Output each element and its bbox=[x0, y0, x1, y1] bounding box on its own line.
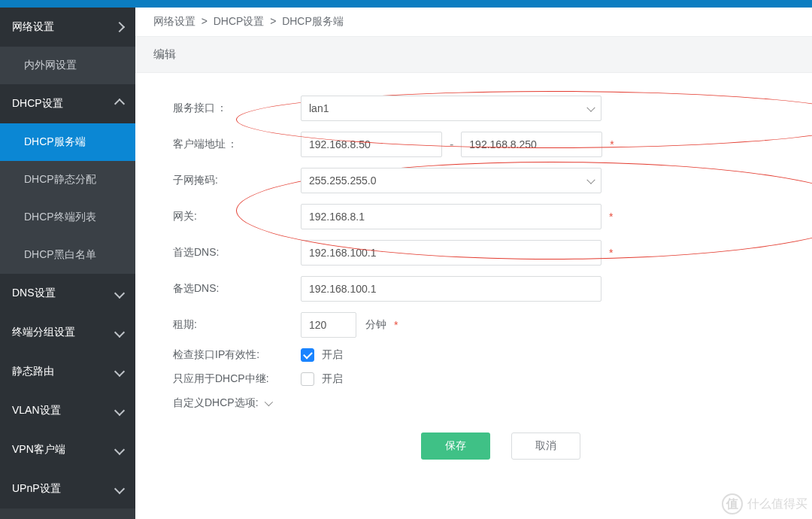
form-actions: 保存 取消 bbox=[165, 432, 782, 460]
row-subnet-mask: 子网掩码: 255.255.255.0 bbox=[165, 168, 782, 193]
subnet-mask-select[interactable]: 255.255.255.0 bbox=[301, 168, 601, 193]
content-area: 网络设置 > DHCP设置 > DHCP服务端 编辑 服务接口： lan1 bbox=[135, 8, 812, 519]
chevron-up-icon bbox=[114, 98, 125, 108]
sidebar-item-label: DHCP黑白名单 bbox=[24, 248, 96, 262]
sidebar-group-label: DHCP设置 bbox=[12, 97, 63, 111]
sidebar-item-label: DHCP终端列表 bbox=[24, 211, 96, 224]
lease-unit: 分钟 bbox=[365, 318, 386, 332]
field-label: 子网掩码: bbox=[173, 174, 218, 186]
row-service-interface: 服务接口： lan1 bbox=[165, 96, 782, 121]
checkbox-label: 开启 bbox=[322, 348, 343, 362]
sidebar-item-dhcp-server[interactable]: DHCP服务端 bbox=[0, 123, 135, 161]
row-client-address: 客户端地址： - * bbox=[165, 132, 782, 157]
sidebar-group-upnp[interactable]: UPnP设置 bbox=[0, 469, 135, 508]
sidebar-item-dhcp-clients[interactable]: DHCP终端列表 bbox=[0, 199, 135, 236]
sidebar-item-label: DHCP静态分配 bbox=[24, 173, 96, 187]
top-bar bbox=[0, 0, 812, 8]
field-label: 租期: bbox=[173, 318, 197, 330]
chevron-down-icon bbox=[114, 405, 125, 415]
chevron-right-icon bbox=[114, 21, 125, 32]
checkbox-label: 开启 bbox=[322, 372, 343, 386]
field-label: 备选DNS: bbox=[173, 282, 219, 294]
sidebar-item-label: DNS设置 bbox=[12, 287, 56, 300]
sidebar-item-label: VLAN设置 bbox=[12, 404, 61, 417]
sidebar-item-label: UPnP设置 bbox=[12, 482, 61, 496]
watermark: 值 什么值得买 bbox=[722, 493, 807, 514]
chevron-down-icon bbox=[114, 444, 125, 454]
secondary-dns-input[interactable] bbox=[301, 276, 601, 302]
save-button[interactable]: 保存 bbox=[421, 432, 490, 460]
sidebar-group-terminal[interactable]: 终端分组设置 bbox=[0, 313, 135, 352]
sidebar-group-dns[interactable]: DNS设置 bbox=[0, 274, 135, 313]
row-secondary-dns: 备选DNS: bbox=[165, 276, 782, 302]
watermark-logo-icon: 值 bbox=[722, 493, 743, 514]
sidebar-item-label: 内外网设置 bbox=[24, 59, 77, 72]
sidebar-group-label: 网络设置 bbox=[12, 20, 54, 34]
field-label: 自定义DHCP选项: bbox=[173, 396, 259, 410]
chevron-down-icon bbox=[264, 398, 272, 406]
form: 服务接口： lan1 客户端地址： - * bbox=[135, 73, 812, 519]
sidebar-item-inout[interactable]: 内外网设置 bbox=[0, 47, 135, 84]
client-address-end-input[interactable] bbox=[461, 132, 602, 157]
chevron-down-icon bbox=[114, 287, 125, 298]
select-value: lan1 bbox=[301, 96, 601, 121]
field-label: 服务接口 bbox=[173, 102, 215, 114]
primary-dns-input[interactable] bbox=[301, 240, 601, 266]
gateway-input[interactable] bbox=[301, 204, 601, 229]
required-mark: * bbox=[394, 319, 398, 331]
chevron-down-icon bbox=[114, 483, 125, 493]
field-label: 只应用于DHCP中继: bbox=[173, 372, 269, 384]
field-label: 首选DNS: bbox=[173, 246, 219, 258]
breadcrumb-item[interactable]: 网络设置 bbox=[153, 15, 195, 27]
row-custom-dhcp[interactable]: 自定义DHCP选项: bbox=[165, 396, 782, 410]
sidebar-group-vpn[interactable]: VPN客户端 bbox=[0, 430, 135, 469]
field-label: 客户端地址 bbox=[173, 138, 226, 150]
sidebar-item-label: 静态路由 bbox=[12, 365, 54, 378]
watermark-text: 什么值得买 bbox=[747, 496, 807, 512]
select-value: 255.255.255.0 bbox=[301, 168, 601, 193]
app-root: 网络设置 内外网设置 DHCP设置 DHCP服务端 DHCP静态分配 DHCP终… bbox=[0, 0, 812, 519]
sidebar-item-label: DHCP服务端 bbox=[24, 135, 86, 149]
check-ip-checkbox[interactable] bbox=[301, 348, 314, 362]
page-title: 编辑 bbox=[135, 36, 812, 73]
row-dhcp-relay: 只应用于DHCP中继: 开启 bbox=[165, 372, 782, 386]
breadcrumb-item[interactable]: DHCP设置 bbox=[214, 15, 265, 27]
field-label: 检查接口IP有效性: bbox=[173, 348, 259, 360]
client-address-start-input[interactable] bbox=[301, 132, 442, 157]
chevron-down-icon bbox=[114, 326, 125, 337]
required-mark: * bbox=[609, 247, 613, 259]
sidebar-group-dhcp[interactable]: DHCP设置 bbox=[0, 84, 135, 123]
sidebar-group-vlan[interactable]: VLAN设置 bbox=[0, 391, 135, 430]
service-interface-select[interactable]: lan1 bbox=[301, 96, 601, 121]
lease-input[interactable] bbox=[301, 312, 356, 338]
sidebar-item-dhcp-allowlist[interactable]: DHCP黑白名单 bbox=[0, 236, 135, 274]
sidebar-item-label: 终端分组设置 bbox=[12, 326, 75, 339]
sidebar-item-label: VPN客户端 bbox=[12, 443, 65, 457]
sidebar-group-static-route[interactable]: 静态路由 bbox=[0, 352, 135, 391]
chevron-down-icon bbox=[114, 366, 125, 376]
breadcrumb: 网络设置 > DHCP设置 > DHCP服务端 bbox=[135, 8, 812, 36]
required-mark: * bbox=[609, 211, 613, 223]
breadcrumb-item[interactable]: DHCP服务端 bbox=[282, 15, 344, 27]
field-label: 网关: bbox=[173, 210, 197, 222]
row-check-ip: 检查接口IP有效性: 开启 bbox=[165, 348, 782, 362]
row-lease: 租期: 分钟 * bbox=[165, 312, 782, 338]
dhcp-relay-checkbox[interactable] bbox=[301, 372, 314, 386]
row-gateway: 网关: * bbox=[165, 204, 782, 229]
cancel-button[interactable]: 取消 bbox=[511, 432, 580, 460]
sidebar: 网络设置 内外网设置 DHCP设置 DHCP服务端 DHCP静态分配 DHCP终… bbox=[0, 8, 135, 519]
required-mark: * bbox=[610, 138, 614, 150]
sidebar-group-network[interactable]: 网络设置 bbox=[0, 8, 135, 47]
range-separator: - bbox=[442, 138, 461, 151]
row-primary-dns: 首选DNS: * bbox=[165, 240, 782, 266]
sidebar-item-dhcp-static[interactable]: DHCP静态分配 bbox=[0, 161, 135, 199]
